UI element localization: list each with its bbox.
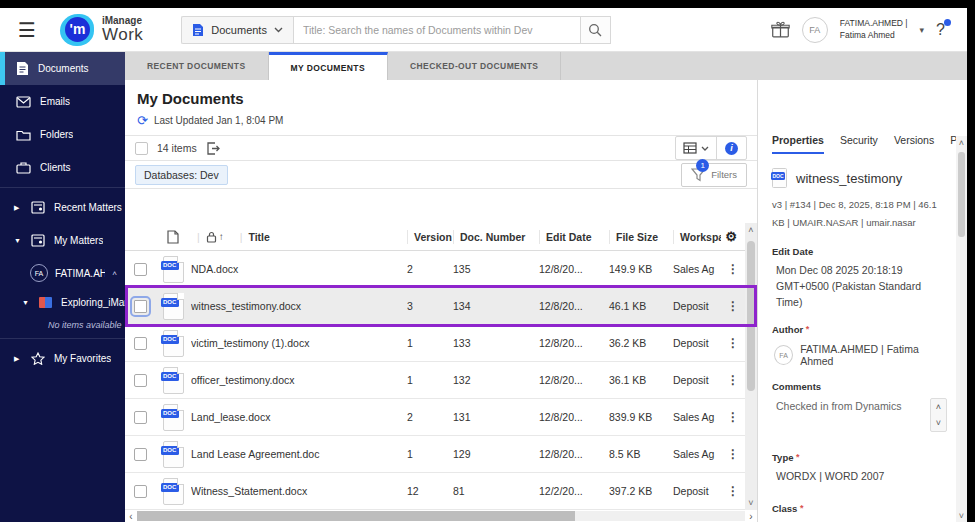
row-checkbox[interactable] [134, 300, 147, 313]
row-checkbox[interactable] [134, 448, 147, 461]
last-updated: ⟳ Last Updated Jan 1, 8:04 PM [125, 111, 757, 135]
checkout-sort-column[interactable]: ↑ [206, 231, 224, 243]
vertical-scroll-thumb[interactable] [747, 241, 755, 391]
panel-scrollbar[interactable]: ˄ ˅ [956, 136, 967, 522]
doc-title[interactable]: victim_testimony (1).docx [191, 337, 315, 349]
tab-my-documents[interactable]: MY DOCUMENTS [269, 52, 389, 80]
vertical-scrollbar[interactable]: ˄ ˅ [745, 223, 757, 510]
horizontal-scroll-thumb[interactable] [137, 511, 575, 521]
search-input[interactable] [293, 16, 581, 44]
doc-number: 133 [453, 337, 539, 349]
type-value[interactable]: WORDX | WORD 2007 [772, 469, 947, 485]
selected-doc-meta: v3 | #134 | Dec 8, 2025, 8:18 PM | 46.1 … [772, 196, 947, 232]
panel-scroll-thumb[interactable] [958, 152, 965, 237]
expand-down-icon[interactable]: ▼ [22, 299, 30, 306]
sidebar-item-user-matters[interactable]: FA FATIMA.AHMED | ... ˄ [0, 257, 125, 289]
doc-title[interactable]: officer_testimony.docx [191, 374, 301, 386]
scroll-up-icon[interactable]: ˄ [959, 136, 964, 149]
doc-title[interactable]: NDA.docx [191, 263, 244, 275]
tab-versions[interactable]: Versions [894, 134, 934, 154]
row-checkbox[interactable] [134, 263, 147, 276]
table-row[interactable]: DOC witness_testimony.docx 3 134 12/8/20… [125, 288, 745, 325]
table-row[interactable]: DOC Land_lease.docx 2 131 12/8/20... 839… [125, 399, 745, 436]
comments-scroll-stepper[interactable]: ˄ ˅ [930, 398, 947, 432]
table-row[interactable]: DOC victim_testimony (1).docx 1 133 12/8… [125, 325, 745, 362]
table-row[interactable]: DOC Witness_Statement.docx 12 81 12/2/20… [125, 473, 745, 510]
row-checkbox[interactable] [134, 337, 147, 350]
scroll-right-icon[interactable]: › [745, 511, 757, 522]
imanage-logo: 'm iManage Work [60, 14, 143, 46]
scroll-down-icon[interactable]: ˅ [748, 496, 753, 510]
file-type-icon: DOC [163, 293, 184, 320]
table-row[interactable]: DOC officer_testimony.docx 1 132 12/8/20… [125, 362, 745, 399]
stepper-up-icon[interactable]: ˄ [936, 399, 941, 415]
table-row[interactable]: DOC Land Lease Agreement.doc 1 129 12/8/… [125, 436, 745, 473]
row-menu-kebab-icon[interactable]: ⋮ [727, 451, 739, 457]
database-filter-chip[interactable]: Databases: Dev [135, 165, 228, 185]
collapse-up-icon[interactable]: ˄ [112, 269, 117, 278]
column-workspace[interactable]: Workspa [673, 230, 721, 244]
search-scope-dropdown[interactable]: Documents [181, 16, 293, 44]
scroll-down-icon[interactable]: ˅ [959, 509, 964, 522]
tab-checked-out-documents[interactable]: CHECKED-OUT DOCUMENTS [388, 52, 561, 80]
tab-properties[interactable]: Properties [772, 134, 824, 154]
doc-edit-date: 12/2/20... [539, 485, 609, 497]
scroll-up-icon[interactable]: ˄ [748, 223, 753, 237]
column-doc-number[interactable]: Doc. Number [453, 230, 539, 244]
product-name: Work [102, 26, 143, 43]
doc-title[interactable]: Land Lease Agreement.doc [191, 448, 325, 460]
info-button[interactable]: i [717, 142, 746, 155]
row-menu-kebab-icon[interactable]: ⋮ [727, 414, 739, 420]
sidebar-item-emails[interactable]: Emails [0, 85, 125, 118]
hamburger-menu-icon[interactable]: ☰ [18, 18, 36, 42]
view-mode-button[interactable] [676, 137, 717, 159]
horizontal-scrollbar[interactable]: ‹ › [125, 510, 757, 522]
select-all-checkbox[interactable] [135, 142, 148, 155]
row-menu-kebab-icon[interactable]: ⋮ [727, 266, 739, 272]
tab-recent-documents[interactable]: RECENT DOCUMENTS [125, 52, 269, 80]
search-button[interactable] [581, 16, 611, 44]
sidebar-item-documents[interactable]: Documents [0, 52, 125, 85]
tab-security[interactable]: Security [840, 134, 878, 154]
sidebar-item-folders[interactable]: Folders [0, 118, 125, 151]
expand-right-icon[interactable]: ▶ [14, 355, 22, 363]
column-file-size[interactable]: File Size [609, 230, 673, 244]
sidebar-item-clients[interactable]: Clients [0, 151, 125, 184]
view-options: i [675, 136, 747, 160]
help-button[interactable]: ? [936, 21, 949, 39]
document-list-pane: My Documents ⟳ Last Updated Jan 1, 8:04 … [125, 80, 757, 522]
stepper-down-icon[interactable]: ˅ [936, 415, 941, 431]
doc-title[interactable]: witness_testimony.docx [191, 300, 307, 312]
row-checkbox[interactable] [134, 374, 147, 387]
sidebar-item-my-favorites[interactable]: ▶ My Favorites [0, 342, 125, 375]
export-icon[interactable] [206, 142, 220, 155]
sidebar-item-recent-matters[interactable]: ▶ Recent Matters [0, 191, 125, 224]
row-menu-kebab-icon[interactable]: ⋮ [727, 377, 739, 383]
whats-new-gift-icon[interactable] [771, 21, 790, 39]
row-menu-kebab-icon[interactable]: ⋮ [727, 340, 739, 346]
sidebar-item-my-matters[interactable]: ▼ My Matters [0, 224, 125, 257]
row-checkbox[interactable] [134, 485, 147, 498]
filters-button[interactable]: 1 Filters [681, 163, 747, 187]
author-name: FATIMA.AHMED | Fatima Ahmed [800, 343, 947, 367]
column-settings-gear-icon[interactable]: ⚙ [725, 229, 737, 244]
column-version[interactable]: Version [407, 230, 453, 244]
expand-down-icon[interactable]: ▼ [14, 237, 22, 244]
refresh-icon[interactable]: ⟳ [137, 114, 148, 127]
row-menu-kebab-icon[interactable]: ⋮ [727, 303, 739, 309]
row-checkbox[interactable] [134, 411, 147, 424]
user-avatar[interactable]: FA [802, 17, 828, 43]
expand-right-icon[interactable]: ▶ [14, 204, 22, 212]
doc-title[interactable]: Land_lease.docx [191, 411, 276, 423]
user-menu-caret-icon[interactable]: ▾ [920, 25, 925, 35]
file-type-column-icon[interactable] [167, 230, 179, 244]
doc-title[interactable]: Witness_Statement.docx [191, 485, 313, 497]
sidebar-item-exploring-imanage[interactable]: ▼ Exploring_iManage [0, 289, 125, 315]
comments-value[interactable]: Checked in from Dynamics [772, 400, 930, 412]
column-edit-date[interactable]: Edit Date [539, 230, 609, 244]
table-row[interactable]: DOC NDA.docx 2 135 12/8/20... 149.9 KB S… [125, 251, 745, 288]
row-menu-kebab-icon[interactable]: ⋮ [727, 488, 739, 494]
scroll-left-icon[interactable]: ‹ [125, 511, 137, 522]
column-title[interactable]: Title [248, 231, 269, 243]
lock-icon [206, 231, 217, 243]
